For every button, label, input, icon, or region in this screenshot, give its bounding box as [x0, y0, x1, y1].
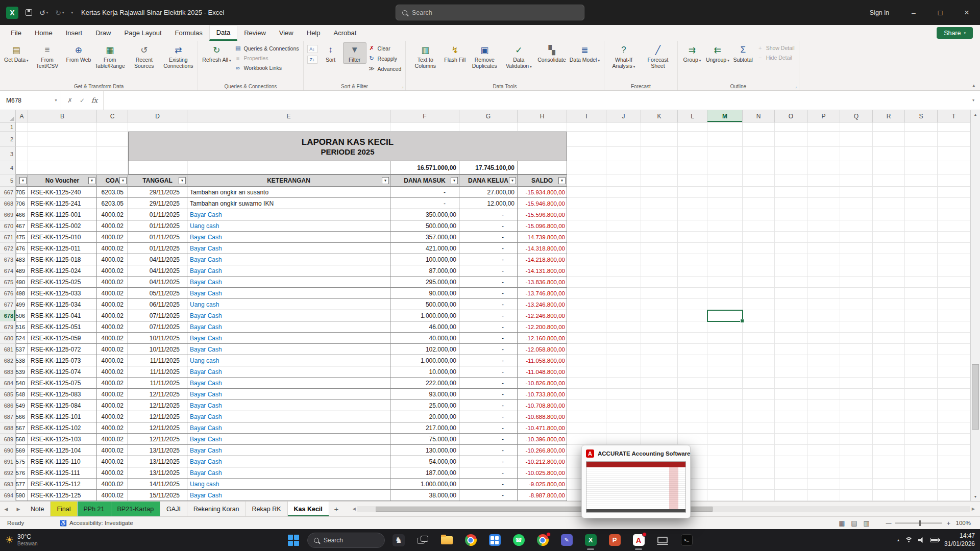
cell[interactable]: -10.826.800,00 [518, 378, 567, 389]
cell[interactable] [840, 344, 873, 355]
cell[interactable] [873, 479, 905, 490]
cell[interactable]: 548 [16, 389, 28, 400]
cell[interactable] [707, 389, 743, 400]
row-header-684[interactable]: 684 [0, 378, 16, 389]
cell[interactable] [775, 389, 807, 400]
cell[interactable] [567, 187, 606, 198]
cell[interactable]: 4000.02 [97, 288, 128, 299]
cell[interactable] [641, 355, 678, 366]
collapse-ribbon-button[interactable]: ▴ [972, 83, 975, 88]
cell[interactable] [873, 333, 905, 344]
cell[interactable] [128, 161, 187, 174]
ribbon-group[interactable]: ⇉Group ▾ [680, 42, 704, 64]
row-header-682[interactable]: 682 [0, 355, 16, 366]
cell[interactable]: 4000.02 [97, 467, 128, 479]
cell[interactable] [641, 198, 678, 209]
formula-input[interactable] [104, 91, 967, 110]
knight-app[interactable]: ♞ [388, 530, 409, 550]
customize-qat-button[interactable]: ▾ [71, 11, 74, 15]
cell[interactable] [641, 310, 678, 321]
cell[interactable] [28, 122, 97, 132]
cell[interactable]: -11.048.800,00 [518, 366, 567, 378]
cell[interactable] [606, 232, 641, 243]
filter-header-keterangan[interactable]: KETERANGAN▾ [187, 174, 390, 187]
cell[interactable] [707, 400, 743, 411]
cell[interactable] [840, 366, 873, 378]
cell[interactable] [606, 355, 641, 366]
cell[interactable] [606, 147, 641, 161]
cell[interactable] [743, 232, 775, 243]
cell[interactable]: 29/11/2025 [128, 187, 187, 198]
cell[interactable]: Bayar Cash [187, 445, 390, 456]
cell[interactable] [938, 310, 970, 321]
cell[interactable]: 13/11/2025 [128, 445, 187, 456]
cell[interactable] [707, 411, 743, 422]
cell[interactable]: RSE-KK-1125-002 [28, 220, 97, 232]
column-header-p[interactable]: P [807, 110, 840, 122]
cell[interactable]: Bayar Cash [187, 209, 390, 220]
cell[interactable] [678, 299, 707, 310]
cell[interactable] [606, 288, 641, 299]
cell[interactable] [641, 434, 678, 445]
cell[interactable] [567, 321, 606, 333]
cell[interactable]: 4000.02 [97, 344, 128, 355]
row-header-683[interactable]: 683 [0, 366, 16, 378]
cell[interactable]: Bayar Cash [187, 366, 390, 378]
cell[interactable]: Bayar Cash [187, 344, 390, 355]
cell[interactable]: 11/11/2025 [128, 378, 187, 389]
cell[interactable] [743, 147, 775, 161]
cell[interactable]: RSE-KK-1125-111 [28, 467, 97, 479]
cell[interactable] [938, 400, 970, 411]
cell[interactable] [905, 422, 938, 434]
cell[interactable] [938, 456, 970, 467]
cell[interactable]: 100.000,00 [390, 254, 459, 265]
cell[interactable] [567, 174, 606, 187]
cell[interactable] [840, 254, 873, 265]
cell[interactable]: 01/11/2025 [128, 220, 187, 232]
sign-in-button[interactable]: Sign in [859, 9, 900, 16]
cell[interactable] [743, 355, 775, 366]
cell[interactable] [606, 277, 641, 288]
cell[interactable]: -10.396.800,00 [518, 434, 567, 445]
row-header-1[interactable]: 1 [0, 122, 16, 132]
filter-header-saldo[interactable]: SALDO▾ [518, 174, 567, 187]
cell[interactable] [678, 288, 707, 299]
cell[interactable]: 4000.02 [97, 321, 128, 333]
cell[interactable] [678, 310, 707, 321]
cell[interactable] [807, 232, 840, 243]
filter-header-tanggal[interactable]: TANGGAL▾ [128, 174, 187, 187]
cell[interactable] [567, 389, 606, 400]
cell[interactable] [807, 389, 840, 400]
report-title-cell[interactable]: LAPORAN KAS KECIL PERIODE 2025 [128, 132, 567, 161]
cell[interactable] [938, 355, 970, 366]
row-header-694[interactable]: 694 [0, 490, 16, 501]
cell[interactable] [567, 122, 606, 132]
cell[interactable] [459, 122, 518, 132]
normal-view-button[interactable]: ▦ [836, 519, 848, 527]
menu-tab-home[interactable]: Home [28, 25, 59, 41]
cell[interactable] [678, 389, 707, 400]
cell[interactable]: Uang cash [187, 355, 390, 366]
cell[interactable] [707, 366, 743, 378]
cell[interactable]: 4000.02 [97, 479, 128, 490]
cell[interactable]: 295.000,00 [390, 277, 459, 288]
row-header-676[interactable]: 676 [0, 288, 16, 299]
row-header-679[interactable]: 679 [0, 321, 16, 333]
cell[interactable] [775, 490, 807, 501]
cell[interactable]: -10.708.800,00 [518, 400, 567, 411]
cell[interactable] [567, 220, 606, 232]
cell[interactable] [938, 490, 970, 501]
column-header-k[interactable]: K [641, 110, 678, 122]
cell[interactable] [606, 366, 641, 378]
zoom-level[interactable]: 100% [950, 520, 980, 526]
cell[interactable]: 421.000,00 [390, 243, 459, 254]
cell[interactable]: 538 [16, 355, 28, 366]
cell[interactable] [807, 445, 840, 456]
column-header-j[interactable]: J [606, 110, 641, 122]
row-header-688[interactable]: 688 [0, 422, 16, 434]
cell[interactable] [678, 411, 707, 422]
cell[interactable]: - [459, 479, 518, 490]
cell[interactable]: 15/11/2025 [128, 490, 187, 501]
cell[interactable] [905, 243, 938, 254]
cell[interactable]: RSE-KK-1125-104 [28, 445, 97, 456]
